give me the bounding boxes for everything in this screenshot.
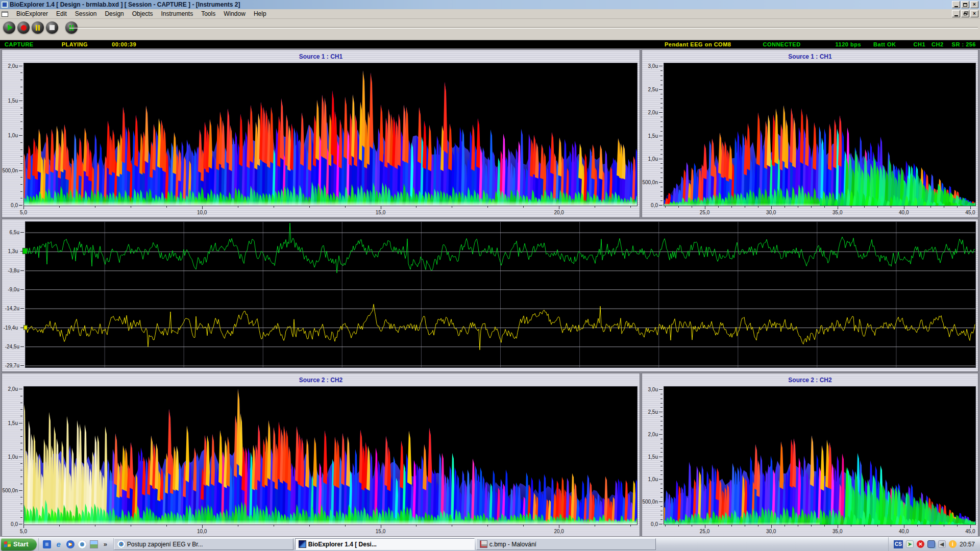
y-tick [20,198,22,198]
mdi-restore-icon [964,13,967,15]
spectrogram-panel-source2-ch2-full[interactable]: Source 2 : CH2 0,0500,0n1,0u1,5u2,0u2,5u… [642,373,978,537]
y-tick [660,191,663,192]
menu-item-edit[interactable]: Edit [52,9,71,18]
x-tick-label: 35,0 [832,210,842,215]
x-tick [705,206,705,209]
y-tick [659,66,663,66]
y-tick [20,449,22,450]
media-player-icon[interactable]: ▶ [66,540,75,548]
menu-item-help[interactable]: Help [250,9,271,18]
record-icon [21,25,27,31]
taskbar-task-bioexplorer[interactable]: BioExplorer 1.4 [ Desi... [295,538,475,550]
menu-item-tools[interactable]: Tools [197,9,219,18]
taskbar-task-browser[interactable]: Postup zapojení EEG v Br... [114,538,293,550]
record-button[interactable] [17,21,30,34]
x-tick-label: 40,0 [899,529,909,534]
pause-button[interactable] [32,21,44,34]
safely-remove-icon[interactable]: ➤ [906,540,914,548]
network-icon[interactable] [927,540,935,548]
chrome-icon[interactable] [78,540,86,548]
x-tick [798,206,798,208]
spectrogram-plot[interactable] [23,63,638,206]
spectrogram-plot[interactable] [23,386,638,525]
y-tick [660,168,663,168]
y-tick [660,187,663,187]
close-button[interactable]: × [970,1,978,8]
task-label: Postup zapojení EEG v Br... [127,541,203,548]
panel-title: Source 2 : CH2 [642,377,978,384]
spectrogram-plot[interactable] [664,63,976,206]
y-tick [20,108,22,108]
menu-item-instruments[interactable]: Instruments [157,9,197,18]
security-shield-icon[interactable]: ✕ [917,540,924,548]
session-status-bar: CAPTURE PLAYING 00:00:39 Pendant EEG on … [0,40,980,48]
menu-item-design[interactable]: Design [101,9,128,18]
x-axis: 25,030,035,040,045,0 [664,525,976,536]
y-tick [19,101,22,101]
maximize-button[interactable] [961,1,969,8]
y-tick [660,416,663,417]
menu-item-session[interactable]: Session [71,9,101,18]
menu-item-bioexplorer[interactable]: BioExplorer [12,9,52,18]
update-info-icon[interactable]: i [949,540,957,548]
y-tick [660,511,663,511]
y-tick-label: -9,0u [8,286,19,292]
y-tick [19,170,22,171]
language-indicator[interactable]: CS [894,540,903,548]
y-tick [660,178,663,178]
minimize-button[interactable] [952,1,960,8]
play-button[interactable] [3,21,15,34]
status-ch2: CH2 [932,41,944,47]
y-tick [20,289,24,290]
x-tick [523,525,524,527]
menu-item-objects[interactable]: Objects [128,9,157,18]
x-tick [957,206,958,208]
taskbar-task-paint[interactable]: c.bmp - Malování [476,538,656,550]
spectrogram-panel-source2-ch2-zoom[interactable]: Source 2 : CH2 0,0500,0n1,0u1,5u2,0u 5,0… [2,373,640,537]
status-battery: Batt OK [873,41,896,47]
spectrogram-panel-source1-ch1-full[interactable]: Source 1 : CH1 0,0500,0n1,0u1,5u2,0u2,5u… [642,49,978,218]
mdi-minimize-button[interactable] [952,10,960,17]
x-tick [745,206,745,208]
x-tick [771,525,772,528]
y-axis: 0,0500,0n1,0u1,5u2,0u [2,386,23,525]
x-tick-label: 10,0 [197,210,207,215]
spectral-waterfall-svg [24,63,637,206]
maximize-icon [963,3,967,7]
y-tick [19,423,22,423]
spectrogram-plot[interactable] [664,386,976,525]
y-tick [20,484,22,484]
y-tick [660,470,663,471]
y-tick-label: 2,0u [648,110,658,115]
y-tick [660,484,663,484]
start-button[interactable]: Start [1,538,37,550]
y-tick [660,443,663,444]
menu-item-window[interactable]: Window [219,9,250,18]
y-tick [660,439,663,439]
stop-button[interactable] [46,21,58,34]
status-connection: CONNECTED [763,41,800,47]
oscilloscope-panel-raw-eeg[interactable]: 6,5u1,3u-3,8u-9,0u-14,2u-19,4u-24,5u-29,… [2,219,978,372]
y-tick [659,502,663,502]
y-tick [20,409,22,410]
x-tick [811,206,812,208]
mdi-restore-button[interactable] [961,10,969,17]
mdi-child-icon[interactable] [2,11,8,17]
window-titlebar[interactable]: BioExplorer 1.4 [ Design - brmlab.bxd ] … [0,0,980,9]
x-tick [381,525,381,528]
window-title: BioExplorer 1.4 [ Design - brmlab.bxd ] … [10,1,240,8]
quick-launch-overflow-chevron[interactable]: » [102,540,109,548]
x-tick [309,206,310,208]
internet-explorer-icon[interactable]: e [55,540,63,548]
spectrogram-panel-source1-ch1-zoom[interactable]: Source 1 : CH1 0,0500,0n1,0u1,5u2,0u 5,0… [2,49,640,218]
image-viewer-icon[interactable] [90,540,98,548]
document-icon[interactable]: ≡ [43,540,51,548]
y-tick [660,85,663,85]
y-tick [660,98,663,99]
mdi-close-button[interactable]: × [970,10,978,17]
x-tick [771,206,772,209]
y-tick [20,129,22,129]
y-tick [20,463,22,464]
volume-icon[interactable]: ◀ [938,540,946,548]
oscilloscope-plot[interactable] [25,221,976,368]
